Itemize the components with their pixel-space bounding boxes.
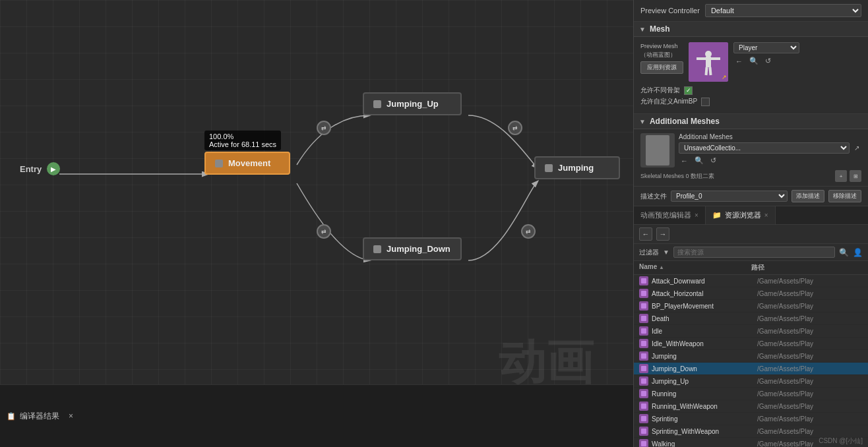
column-path-header: 路径 [751, 263, 863, 272]
column-name-header: Name ▲ [639, 263, 751, 272]
profile-row: 描述文件 Profile_0 添加描述 移除描述 [634, 187, 868, 206]
transition-movement-jumping-up[interactable]: ⇄ [317, 121, 331, 135]
movement-node-icon [215, 160, 223, 167]
node-movement-inner[interactable]: Movement [204, 152, 290, 175]
additional-meshes-header[interactable]: ▼ Additional Meshes [634, 114, 868, 129]
mesh-select[interactable]: Player [733, 42, 799, 53]
asset-row-name: Attack_Horizontal [652, 290, 757, 297]
search-input[interactable] [673, 247, 835, 258]
svg-rect-4 [697, 57, 706, 60]
search-icon[interactable]: 🔍 [839, 248, 849, 257]
asset-row-icon [639, 364, 648, 373]
additional-mesh-back-icon[interactable]: ← [679, 156, 690, 165]
mesh-back-icon[interactable]: ← [733, 57, 745, 66]
entry-node: Entry ▶ [20, 162, 60, 175]
asset-row[interactable]: Attack_Horizontal/Game/Assets/Play [634, 287, 868, 300]
allow-custom-animbp-row: 允许自定义AnimBP [640, 97, 861, 106]
asset-row-name: Jumping_Down [652, 365, 757, 372]
skeletal-add-icon[interactable]: + [835, 170, 847, 182]
tab-anim-preview-close[interactable]: × [695, 212, 698, 219]
bottom-bar-title: 📋 编译器结果 × [7, 411, 73, 422]
preview-mesh-label: Preview Mesh （动画蓝图） [640, 42, 683, 59]
entry-arrow-icon: ▶ [47, 162, 60, 175]
asset-row-icon [639, 339, 648, 348]
asset-row-name: Jumping [652, 353, 757, 360]
asset-row-path: /Game/Assets/Play [757, 290, 863, 297]
node-jumping-up[interactable]: Jumping_Up [363, 92, 462, 115]
asset-row[interactable]: Idle/Game/Assets/Play [634, 325, 868, 338]
bottom-bar-close-btn[interactable]: × [69, 411, 73, 421]
asset-row[interactable]: Attack_Downward/Game/Assets/Play [634, 275, 868, 287]
tab-asset-browser[interactable]: 📁 资源浏览器 × [706, 206, 776, 224]
preview-controller-select[interactable]: Default [705, 4, 861, 17]
preview-controller-label: Preview Controller [640, 7, 700, 15]
asset-row-name: BP_PlayerMovement [652, 303, 757, 310]
user-icon[interactable]: 👤 [853, 248, 863, 257]
node-jumping-inner[interactable]: Jumping [534, 156, 620, 179]
graph-panel[interactable]: Entry ▶ 100.0% Active for 68.11 secs Mov… [0, 0, 633, 447]
mesh-thumbnail: ↗ [689, 42, 728, 82]
allow-custom-label: 允许自定义AnimBP [640, 97, 697, 106]
asset-row-path: /Game/Assets/Play [757, 303, 863, 310]
asset-row-name: Walking [652, 440, 757, 448]
asset-row-icon [639, 289, 648, 298]
additional-meshes-content: Additional Meshes UnsavedCollectio... ↗ … [634, 129, 868, 187]
profile-select[interactable]: Profile_0 [671, 191, 788, 202]
node-jumping-down[interactable]: Jumping_Down [363, 237, 462, 260]
mesh-section-title: Mesh [650, 24, 670, 34]
mesh-refresh-icon[interactable]: ↺ [763, 56, 773, 66]
additional-mesh-refresh-icon[interactable]: ↺ [708, 156, 718, 165]
asset-row-icon [639, 314, 648, 323]
asset-row-path: /Game/Assets/Play [757, 315, 863, 322]
transition-jumping-up-jumping[interactable]: ⇄ [508, 121, 522, 135]
asset-back-btn[interactable]: ← [639, 227, 652, 241]
node-jumping-down-inner[interactable]: Jumping_Down [363, 237, 462, 260]
bottom-bar: 📋 编译器结果 × [0, 384, 633, 447]
additional-mesh-expand-icon[interactable]: ↗ [852, 144, 861, 152]
node-movement[interactable]: 100.0% Active for 68.11 secs Movement [204, 152, 290, 175]
additional-mesh-search-icon[interactable]: 🔍 [693, 156, 706, 165]
asset-row-icon [639, 351, 648, 361]
allow-custom-checkbox[interactable] [701, 98, 710, 106]
additional-meshes-arrow-icon: ▼ [639, 118, 646, 125]
asset-forward-btn[interactable]: → [656, 227, 669, 241]
node-jumping[interactable]: Jumping [534, 156, 620, 179]
asset-row[interactable]: Running/Game/Assets/Play [634, 388, 868, 400]
entry-label: Entry [20, 164, 42, 174]
additional-meshes-select[interactable]: UnsavedCollectio... [679, 142, 850, 154]
asset-row[interactable]: Death/Game/Assets/Play [634, 313, 868, 325]
tab-anim-preview[interactable]: 动画预览编辑器 × [634, 206, 706, 224]
mesh-section-arrow-icon: ▼ [639, 26, 646, 33]
additional-meshes-title: Additional Meshes [650, 117, 720, 126]
asset-table-header: Name ▲ 路径 [634, 261, 868, 275]
asset-row-icon [639, 326, 648, 336]
mesh-icon-row: ← 🔍 ↺ [733, 56, 799, 66]
allow-different-checkbox[interactable]: ✓ [684, 86, 693, 95]
asset-row[interactable]: BP_PlayerMovement/Game/Assets/Play [634, 300, 868, 313]
asset-row[interactable]: Sprinting/Game/Assets/Play [634, 413, 868, 425]
apply-to-asset-btn[interactable]: 应用到资源 [640, 61, 683, 74]
asset-row[interactable]: Idle_WithWeapon/Game/Assets/Play [634, 338, 868, 350]
asset-row[interactable]: Jumping_Up/Game/Assets/Play [634, 375, 868, 388]
asset-row-icon [639, 402, 648, 411]
additional-meshes-field-label: Additional Meshes [679, 133, 861, 140]
tab-asset-browser-close[interactable]: × [764, 212, 768, 219]
remove-profile-btn[interactable]: 移除描述 [828, 190, 861, 202]
asset-table[interactable]: Name ▲ 路径 Attack_Downward/Game/Assets/Pl… [634, 261, 868, 447]
connections-svg [0, 0, 633, 447]
node-jumping-up-inner[interactable]: Jumping_Up [363, 92, 462, 115]
additional-mesh-thumbnail [640, 133, 675, 167]
asset-browser-tab-icon: 📁 [712, 211, 722, 220]
transition-jumping-down-jumping[interactable]: ⇄ [521, 224, 536, 239]
asset-row-icon [639, 427, 648, 436]
filter-dropdown-icon[interactable]: ▼ [663, 249, 669, 256]
transition-movement-jumping-down[interactable]: ⇄ [317, 224, 331, 239]
right-panel: Preview Controller Default ▼ Mesh Previe… [633, 0, 868, 447]
asset-row[interactable]: Jumping/Game/Assets/Play [634, 350, 868, 363]
asset-row[interactable]: Running_WithWeapon/Game/Assets/Play [634, 400, 868, 413]
add-profile-btn[interactable]: 添加描述 [791, 190, 824, 202]
mesh-search-icon[interactable]: 🔍 [747, 56, 760, 66]
skeletal-grid-icon[interactable]: ⊞ [850, 170, 861, 182]
asset-row[interactable]: Jumping_Down/Game/Assets/Play [634, 363, 868, 375]
mesh-section-header[interactable]: ▼ Mesh [634, 22, 868, 37]
